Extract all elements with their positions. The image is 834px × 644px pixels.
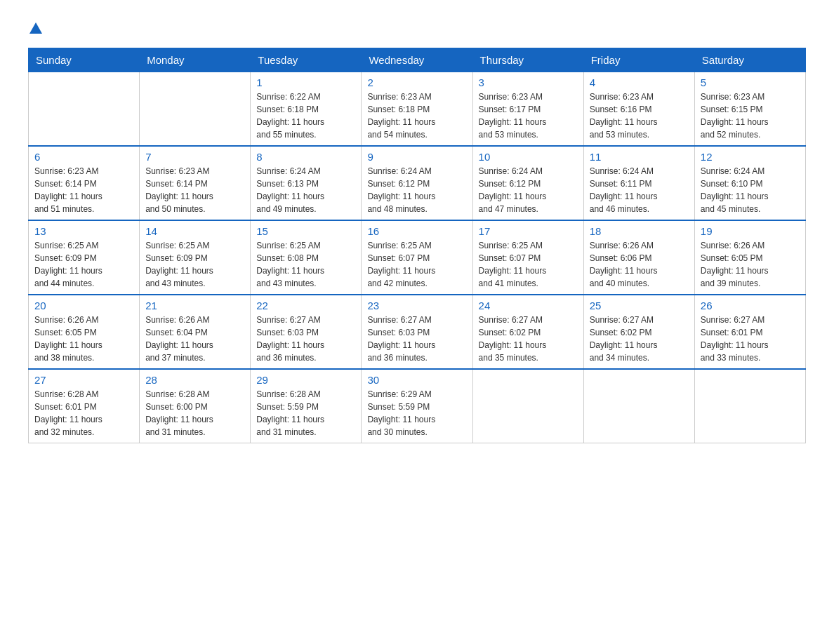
calendar-cell	[472, 369, 583, 443]
day-info: Sunrise: 6:23 AM Sunset: 6:16 PM Dayligh…	[590, 90, 689, 141]
day-info: Sunrise: 6:28 AM Sunset: 6:00 PM Dayligh…	[145, 388, 244, 438]
day-number: 3	[479, 76, 578, 88]
day-number: 5	[701, 76, 800, 88]
day-number: 29	[256, 374, 355, 386]
calendar-week-row: 20Sunrise: 6:26 AM Sunset: 6:05 PM Dayli…	[29, 295, 806, 369]
calendar-cell: 10Sunrise: 6:24 AM Sunset: 6:12 PM Dayli…	[472, 146, 583, 220]
calendar-cell: 24Sunrise: 6:27 AM Sunset: 6:02 PM Dayli…	[472, 295, 583, 369]
day-number: 23	[367, 300, 466, 311]
calendar-cell: 3Sunrise: 6:23 AM Sunset: 6:17 PM Daylig…	[472, 72, 583, 147]
calendar-cell: 5Sunrise: 6:23 AM Sunset: 6:15 PM Daylig…	[694, 72, 805, 147]
day-info: Sunrise: 6:23 AM Sunset: 6:18 PM Dayligh…	[367, 90, 466, 141]
day-info: Sunrise: 6:23 AM Sunset: 6:17 PM Dayligh…	[479, 90, 578, 141]
day-number: 6	[34, 151, 133, 163]
day-info: Sunrise: 6:24 AM Sunset: 6:11 PM Dayligh…	[590, 165, 689, 215]
day-info: Sunrise: 6:26 AM Sunset: 6:05 PM Dayligh…	[701, 239, 800, 290]
logo-triangle-icon	[29, 22, 42, 36]
calendar-cell: 9Sunrise: 6:24 AM Sunset: 6:12 PM Daylig…	[362, 146, 472, 220]
calendar-cell: 21Sunrise: 6:26 AM Sunset: 6:04 PM Dayli…	[140, 295, 251, 369]
day-number: 24	[479, 300, 578, 311]
calendar-cell: 14Sunrise: 6:25 AM Sunset: 6:09 PM Dayli…	[140, 220, 251, 295]
calendar-header-row: SundayMondayTuesdayWednesdayThursdayFrid…	[29, 48, 806, 72]
day-info: Sunrise: 6:25 AM Sunset: 6:08 PM Dayligh…	[256, 239, 355, 290]
calendar-cell: 4Sunrise: 6:23 AM Sunset: 6:16 PM Daylig…	[583, 72, 694, 147]
calendar-cell: 19Sunrise: 6:26 AM Sunset: 6:05 PM Dayli…	[694, 220, 805, 295]
day-info: Sunrise: 6:23 AM Sunset: 6:15 PM Dayligh…	[701, 90, 800, 141]
day-info: Sunrise: 6:23 AM Sunset: 6:14 PM Dayligh…	[145, 165, 244, 215]
day-info: Sunrise: 6:24 AM Sunset: 6:10 PM Dayligh…	[701, 165, 800, 215]
day-info: Sunrise: 6:26 AM Sunset: 6:05 PM Dayligh…	[34, 314, 133, 364]
calendar-cell: 16Sunrise: 6:25 AM Sunset: 6:07 PM Dayli…	[362, 220, 472, 295]
day-number: 21	[145, 300, 244, 311]
calendar-day-header: Thursday	[472, 48, 583, 72]
calendar-cell	[140, 72, 251, 147]
calendar-cell: 7Sunrise: 6:23 AM Sunset: 6:14 PM Daylig…	[140, 146, 251, 220]
day-info: Sunrise: 6:23 AM Sunset: 6:14 PM Dayligh…	[34, 165, 133, 215]
day-info: Sunrise: 6:25 AM Sunset: 6:09 PM Dayligh…	[145, 239, 244, 290]
calendar-cell: 20Sunrise: 6:26 AM Sunset: 6:05 PM Dayli…	[29, 295, 140, 369]
calendar-cell: 1Sunrise: 6:22 AM Sunset: 6:18 PM Daylig…	[251, 72, 362, 147]
day-number: 14	[145, 225, 244, 237]
calendar-week-row: 27Sunrise: 6:28 AM Sunset: 6:01 PM Dayli…	[29, 369, 806, 443]
calendar-cell: 8Sunrise: 6:24 AM Sunset: 6:13 PM Daylig…	[251, 146, 362, 220]
day-info: Sunrise: 6:27 AM Sunset: 6:02 PM Dayligh…	[590, 314, 689, 364]
calendar-day-header: Friday	[583, 48, 694, 72]
calendar-cell: 28Sunrise: 6:28 AM Sunset: 6:00 PM Dayli…	[140, 369, 251, 443]
day-number: 7	[145, 151, 244, 163]
day-info: Sunrise: 6:26 AM Sunset: 6:04 PM Dayligh…	[145, 314, 244, 364]
calendar-cell	[583, 369, 694, 443]
day-number: 30	[367, 374, 466, 386]
day-number: 26	[701, 300, 800, 311]
day-number: 11	[590, 151, 689, 163]
day-number: 28	[145, 374, 244, 386]
day-info: Sunrise: 6:25 AM Sunset: 6:07 PM Dayligh…	[367, 239, 466, 290]
day-number: 16	[367, 225, 466, 237]
day-info: Sunrise: 6:28 AM Sunset: 5:59 PM Dayligh…	[256, 388, 355, 438]
calendar-cell: 6Sunrise: 6:23 AM Sunset: 6:14 PM Daylig…	[29, 146, 140, 220]
day-number: 2	[367, 76, 466, 88]
logo	[28, 21, 42, 34]
calendar-week-row: 1Sunrise: 6:22 AM Sunset: 6:18 PM Daylig…	[29, 72, 806, 147]
calendar-cell: 26Sunrise: 6:27 AM Sunset: 6:01 PM Dayli…	[694, 295, 805, 369]
day-number: 19	[701, 225, 800, 237]
day-info: Sunrise: 6:29 AM Sunset: 5:59 PM Dayligh…	[367, 388, 466, 438]
svg-marker-0	[29, 22, 42, 34]
calendar-cell: 29Sunrise: 6:28 AM Sunset: 5:59 PM Dayli…	[251, 369, 362, 443]
day-number: 10	[479, 151, 578, 163]
day-info: Sunrise: 6:26 AM Sunset: 6:06 PM Dayligh…	[590, 239, 689, 290]
calendar-cell: 11Sunrise: 6:24 AM Sunset: 6:11 PM Dayli…	[583, 146, 694, 220]
calendar-cell: 22Sunrise: 6:27 AM Sunset: 6:03 PM Dayli…	[251, 295, 362, 369]
calendar-day-header: Wednesday	[362, 48, 472, 72]
calendar-day-header: Monday	[140, 48, 251, 72]
day-number: 8	[256, 151, 355, 163]
day-info: Sunrise: 6:22 AM Sunset: 6:18 PM Dayligh…	[256, 90, 355, 141]
day-number: 4	[590, 76, 689, 88]
day-number: 1	[256, 76, 355, 88]
day-info: Sunrise: 6:27 AM Sunset: 6:02 PM Dayligh…	[479, 314, 578, 364]
calendar-day-header: Saturday	[694, 48, 805, 72]
day-number: 27	[34, 374, 133, 386]
day-number: 17	[479, 225, 578, 237]
day-number: 9	[367, 151, 466, 163]
calendar-cell: 25Sunrise: 6:27 AM Sunset: 6:02 PM Dayli…	[583, 295, 694, 369]
page-header	[28, 21, 806, 34]
calendar-cell: 18Sunrise: 6:26 AM Sunset: 6:06 PM Dayli…	[583, 220, 694, 295]
day-info: Sunrise: 6:28 AM Sunset: 6:01 PM Dayligh…	[34, 388, 133, 438]
calendar-cell	[29, 72, 140, 147]
calendar-week-row: 6Sunrise: 6:23 AM Sunset: 6:14 PM Daylig…	[29, 146, 806, 220]
day-number: 15	[256, 225, 355, 237]
calendar-cell: 12Sunrise: 6:24 AM Sunset: 6:10 PM Dayli…	[694, 146, 805, 220]
day-info: Sunrise: 6:27 AM Sunset: 6:03 PM Dayligh…	[256, 314, 355, 364]
calendar-day-header: Sunday	[29, 48, 140, 72]
day-info: Sunrise: 6:24 AM Sunset: 6:12 PM Dayligh…	[367, 165, 466, 215]
day-number: 13	[34, 225, 133, 237]
day-number: 25	[590, 300, 689, 311]
calendar-day-header: Tuesday	[251, 48, 362, 72]
calendar-cell: 23Sunrise: 6:27 AM Sunset: 6:03 PM Dayli…	[362, 295, 472, 369]
day-info: Sunrise: 6:25 AM Sunset: 6:07 PM Dayligh…	[479, 239, 578, 290]
calendar-cell: 13Sunrise: 6:25 AM Sunset: 6:09 PM Dayli…	[29, 220, 140, 295]
day-number: 18	[590, 225, 689, 237]
day-number: 20	[34, 300, 133, 311]
day-number: 12	[701, 151, 800, 163]
calendar-week-row: 13Sunrise: 6:25 AM Sunset: 6:09 PM Dayli…	[29, 220, 806, 295]
